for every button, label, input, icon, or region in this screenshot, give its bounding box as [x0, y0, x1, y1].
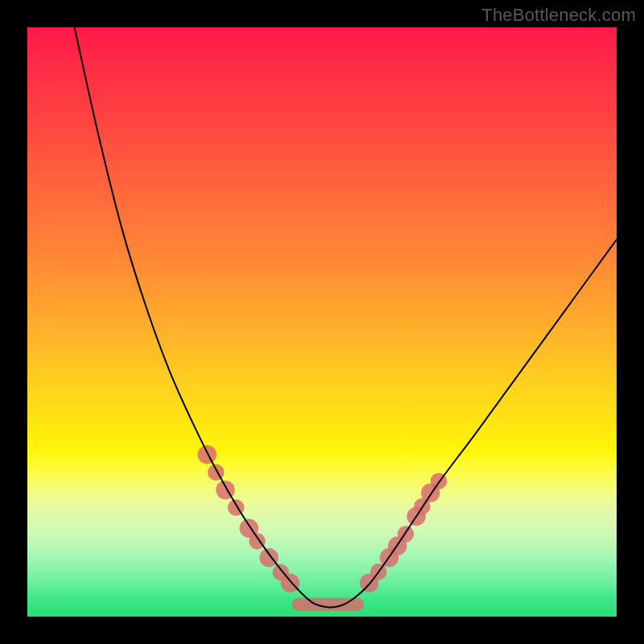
- chart-plot-area: [27, 27, 617, 617]
- chart-marker-point: [281, 574, 299, 592]
- chart-svg: [27, 27, 617, 617]
- chart-curve: [75, 27, 617, 608]
- chart-marker-point: [208, 464, 225, 481]
- watermark-text: TheBottleneck.com: [481, 5, 636, 26]
- chart-marker-point: [198, 445, 217, 464]
- chart-marker-point: [259, 548, 278, 567]
- chart-marker-bumps-layer: [198, 445, 448, 592]
